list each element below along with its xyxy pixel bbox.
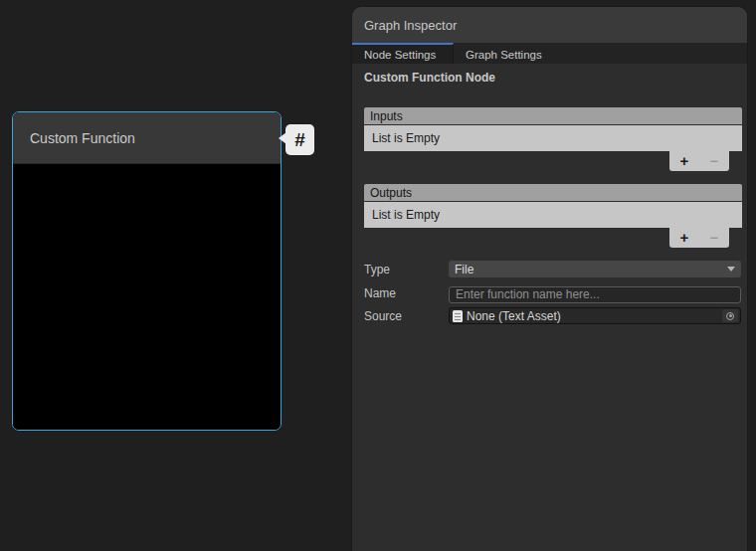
inputs-empty-label: List is Empty (372, 131, 440, 145)
inputs-list-title: Inputs (370, 109, 403, 123)
text-asset-icon (453, 310, 463, 322)
inputs-list-footer: + − (669, 151, 729, 171)
tab-node-settings[interactable]: Node Settings (352, 43, 454, 64)
outputs-remove-button[interactable]: − (702, 229, 726, 247)
source-object-value: None (Text Asset) (467, 309, 561, 323)
source-object-field[interactable]: None (Text Asset) (449, 307, 741, 324)
outputs-add-button[interactable]: + (672, 229, 696, 247)
inputs-list-body: List is Empty (364, 125, 742, 151)
inputs-add-button[interactable]: + (672, 152, 696, 170)
object-picker-icon (726, 312, 734, 320)
name-row: Name (364, 284, 741, 301)
tab-bar: Node Settings Graph Settings (352, 43, 747, 64)
outputs-list-title: Outputs (370, 186, 412, 200)
inputs-remove-button[interactable]: − (702, 152, 726, 170)
hash-icon: # (294, 129, 305, 151)
custom-function-node[interactable]: Custom Function (12, 111, 282, 431)
source-label: Source (364, 309, 402, 323)
node-preview (13, 165, 281, 430)
type-label: Type (364, 263, 390, 276)
type-dropdown[interactable]: File (449, 261, 741, 277)
outputs-empty-label: List is Empty (372, 208, 440, 222)
panel-header[interactable]: Graph Inspector (352, 7, 747, 43)
name-label: Name (364, 286, 396, 300)
node-title: Custom Function (30, 130, 135, 146)
inputs-list: Inputs List is Empty + − (364, 107, 742, 151)
tab-graph-settings[interactable]: Graph Settings (454, 43, 554, 64)
outputs-list: Outputs List is Empty + − (364, 184, 742, 228)
outputs-list-header: Outputs (364, 184, 742, 201)
type-row: Type File (364, 261, 741, 277)
function-name-input[interactable] (449, 286, 741, 303)
object-picker-button[interactable] (722, 309, 738, 322)
node-hash-badge[interactable]: # (285, 124, 314, 155)
type-dropdown-value: File (455, 263, 473, 276)
source-row: Source None (Text Asset) (364, 307, 741, 324)
chevron-down-icon (727, 267, 735, 272)
panel-title: Graph Inspector (364, 18, 457, 33)
graph-inspector-panel: Graph Inspector Node Settings Graph Sett… (352, 7, 747, 551)
tab-graph-settings-label: Graph Settings (466, 49, 542, 61)
outputs-list-body: List is Empty (364, 202, 742, 228)
node-title-bar[interactable]: Custom Function (13, 112, 281, 164)
tab-node-settings-label: Node Settings (364, 49, 436, 61)
outputs-list-footer: + − (669, 228, 729, 248)
node-settings-heading: Custom Function Node (364, 71, 495, 85)
inputs-list-header: Inputs (364, 107, 742, 124)
